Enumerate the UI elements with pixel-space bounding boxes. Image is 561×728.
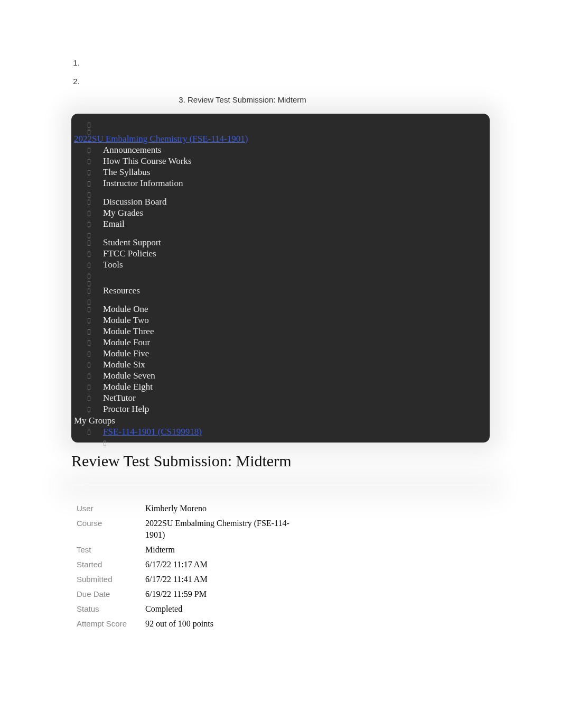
sidebar-spacer [71, 119, 490, 126]
sidebar-item[interactable]: Module Three [71, 326, 490, 337]
sidebar-item-label: Student Support [103, 237, 161, 247]
course-title-link[interactable]: 2022SU Embalming Chemistry (FSE-114-1901… [71, 134, 490, 144]
sidebar-item[interactable]: Module Seven [71, 370, 490, 381]
sidebar-item-label: The Syllabus [103, 167, 150, 177]
sidebar-spacer [71, 126, 490, 134]
info-value: 92 out of 100 points [145, 616, 304, 631]
sidebar-item-label: FTCC Policies [103, 248, 156, 259]
sidebar-item[interactable]: Module Four [71, 337, 490, 348]
table-row: Submitted6/17/22 11:41 AM [77, 572, 304, 587]
sidebar-item[interactable]: Instructor Information [71, 178, 490, 189]
sidebar-item[interactable]: Proctor Help [71, 403, 490, 414]
sidebar-item-label: How This Course Works [103, 156, 192, 166]
table-row: TestMidterm [77, 542, 304, 557]
sidebar-item-label: Discussion Board [103, 197, 166, 207]
sidebar-spacer [71, 296, 490, 303]
sidebar-item[interactable]: Module Eight [71, 381, 490, 392]
sidebar-item[interactable]: The Syllabus [71, 167, 490, 178]
sidebar-item-label: My Grades [103, 208, 143, 218]
sidebar-spacer [71, 189, 490, 196]
sidebar-item-label: Module Seven [103, 371, 155, 381]
info-value: 6/19/22 11:59 PM [145, 587, 304, 602]
sidebar-item[interactable]: Resources [71, 285, 490, 296]
sidebar-item[interactable]: NetTutor [71, 392, 490, 403]
sidebar-item-label: Resources [103, 285, 140, 296]
table-row: UserKimberly Moreno [77, 501, 304, 516]
info-label: Attempt Score [77, 616, 145, 631]
group-item[interactable]: FSE-114-1901 (CS199918) [71, 426, 490, 437]
sidebar-item[interactable]: Student Support [71, 237, 490, 248]
info-value: Kimberly Moreno [145, 501, 304, 516]
info-value: 6/17/22 11:17 AM [145, 557, 304, 572]
sidebar-item[interactable]: FTCC Policies [71, 248, 490, 259]
sidebar-item[interactable]: Announcements [71, 144, 490, 155]
sidebar-item[interactable]: How This Course Works [71, 155, 490, 167]
table-row: Course2022SU Embalming Chemistry (FSE-11… [77, 516, 304, 542]
table-row: StatusCompleted [77, 602, 304, 616]
sidebar-item-label: Module Five [103, 348, 149, 358]
info-label: Started [77, 557, 145, 572]
info-value: Midterm [145, 542, 304, 557]
sidebar-item-label: Module Six [103, 360, 145, 370]
my-groups-heading: My Groups [71, 416, 490, 426]
sidebar-item-label: Module Four [103, 337, 150, 347]
group-list: FSE-114-1901 (CS199918) [71, 426, 490, 437]
breadcrumb-item-2[interactable] [82, 77, 490, 86]
sidebar-panel: 2022SU Embalming Chemistry (FSE-114-1901… [71, 114, 490, 443]
sidebar-item-label: Email [103, 219, 125, 229]
sidebar-item[interactable]: Module One [71, 303, 490, 315]
sidebar-item-label: Module Three [103, 326, 154, 336]
sidebar-spacer [71, 270, 490, 278]
info-label: Status [77, 602, 145, 616]
sidebar-item[interactable]: Discussion Board [71, 196, 490, 207]
page-title: Review Test Submission: Midterm [71, 452, 490, 470]
sidebar-item[interactable]: Module Five [71, 348, 490, 359]
table-row: Attempt Score92 out of 100 points [77, 616, 304, 631]
submission-info-table: UserKimberly MorenoCourse2022SU Embalmin… [77, 501, 304, 631]
sidebar-item-label: Announcements [103, 145, 161, 155]
sidebar-item-label: Tools [103, 260, 123, 270]
breadcrumb-item-3: Review Test Submission: Midterm [188, 95, 490, 104]
breadcrumb: Review Test Submission: Midterm [71, 58, 490, 104]
sidebar-item-label: NetTutor [103, 393, 136, 403]
sidebar-item-label: Module One [103, 304, 148, 314]
info-value: 6/17/22 11:41 AM [145, 572, 304, 587]
group-item-label: FSE-114-1901 (CS199918) [103, 427, 202, 437]
sidebar-item[interactable]: Email [71, 218, 490, 229]
info-value: 2022SU Embalming Chemistry (FSE-114-1901… [145, 516, 304, 542]
info-label: User [77, 501, 145, 516]
table-row: Started6/17/22 11:17 AM [77, 557, 304, 572]
sidebar-item-label: Instructor Information [103, 178, 183, 188]
sidebar-item[interactable]: Tools [71, 259, 490, 270]
info-value: Completed [145, 602, 304, 616]
info-label: Test [77, 542, 145, 557]
info-label: Course [77, 516, 145, 542]
info-label: Submitted [77, 572, 145, 587]
sidebar-nav: AnnouncementsHow This Course WorksThe Sy… [71, 144, 490, 414]
sidebar-item-label: Proctor Help [103, 404, 149, 414]
sidebar-spacer [71, 278, 490, 285]
breadcrumb-item-1[interactable] [82, 58, 490, 67]
sidebar-item-label: Module Two [103, 315, 149, 325]
sidebar-item-label: Module Eight [103, 382, 153, 392]
sidebar-item[interactable]: Module Six [71, 359, 490, 370]
sidebar-spacer [71, 229, 490, 237]
sidebar-item[interactable]: My Grades [71, 207, 490, 218]
sidebar-item[interactable]: Module Two [71, 315, 490, 326]
table-row: Due Date6/19/22 11:59 PM [77, 587, 304, 602]
info-label: Due Date [77, 587, 145, 602]
